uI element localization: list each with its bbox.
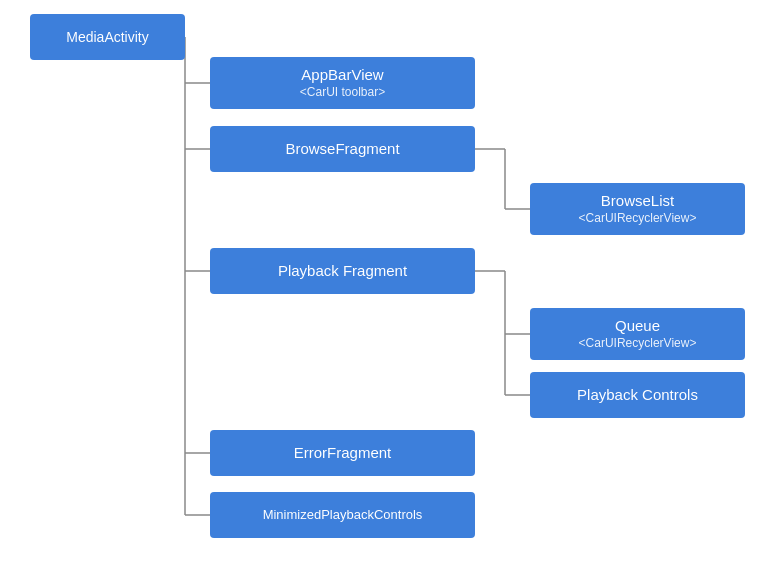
node-error-fragment: ErrorFragment [210,430,475,476]
node-appbar-view-label: AppBarView [301,65,383,85]
node-playback-controls-label: Playback Controls [577,385,698,405]
node-media-activity-label: MediaActivity [66,28,148,46]
node-error-fragment-label: ErrorFragment [294,443,392,463]
node-browse-list-subtitle: <CarUIRecyclerView> [579,211,697,227]
node-queue-label: Queue [615,316,660,336]
node-playback-controls: Playback Controls [530,372,745,418]
node-playback-fragment-label: Playback Fragment [278,261,407,281]
node-browse-fragment-label: BrowseFragment [285,139,399,159]
node-playback-fragment: Playback Fragment [210,248,475,294]
node-queue-subtitle: <CarUIRecyclerView> [579,336,697,352]
node-appbar-view: AppBarView <CarUI toolbar> [210,57,475,109]
node-browse-list-label: BrowseList [601,191,674,211]
node-minimized-playback-controls-label: MinimizedPlaybackControls [263,507,423,524]
node-browse-fragment: BrowseFragment [210,126,475,172]
node-media-activity: MediaActivity [30,14,185,60]
diagram-container: MediaActivity AppBarView <CarUI toolbar>… [0,0,770,570]
node-browse-list: BrowseList <CarUIRecyclerView> [530,183,745,235]
node-minimized-playback-controls: MinimizedPlaybackControls [210,492,475,538]
node-appbar-view-subtitle: <CarUI toolbar> [300,85,385,101]
node-queue: Queue <CarUIRecyclerView> [530,308,745,360]
